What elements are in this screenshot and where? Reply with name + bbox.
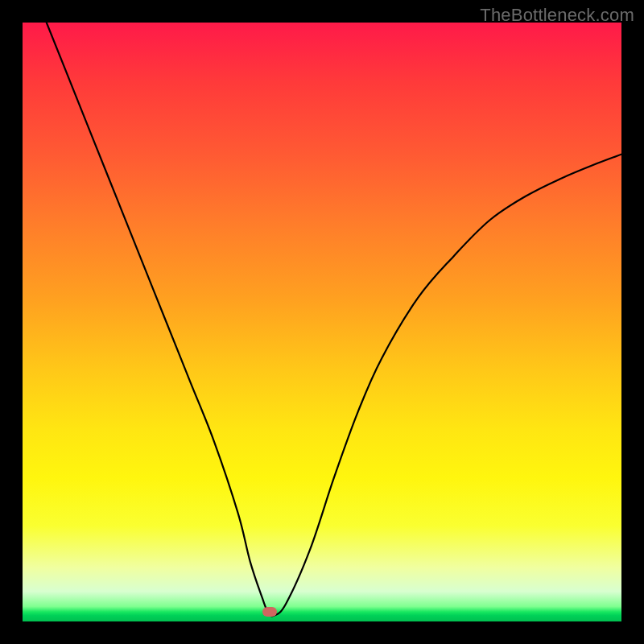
watermark-text: TheBottleneck.com — [480, 5, 634, 26]
bottleneck-curve — [23, 23, 621, 621]
plot-area — [23, 23, 621, 621]
optimum-marker — [262, 607, 277, 617]
chart-frame: TheBottleneck.com — [0, 0, 644, 644]
